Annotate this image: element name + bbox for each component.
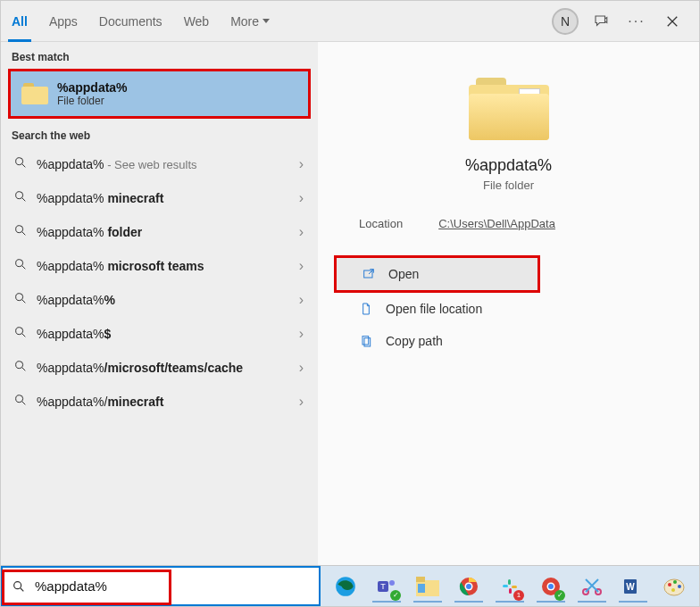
svg-point-7 — [16, 395, 23, 403]
web-suggestion[interactable]: %appdata% - See web results › — [1, 147, 318, 181]
svg-point-11 — [14, 581, 21, 588]
feedback-button[interactable] — [583, 4, 619, 39]
action-copy-path-label: Copy path — [386, 334, 443, 348]
taskbar-slack[interactable]: 1 — [490, 569, 529, 604]
action-open-file-location[interactable]: Open file location — [334, 293, 683, 325]
svg-point-28 — [548, 584, 554, 589]
svg-point-15 — [389, 580, 395, 586]
file-explorer-icon — [416, 577, 439, 596]
location-row: Location C:\Users\Dell\AppData — [359, 217, 658, 230]
svg-rect-24 — [508, 579, 511, 585]
preview-subtitle: File folder — [334, 179, 683, 192]
chevron-down-icon — [262, 19, 270, 23]
tab-more-label: More — [230, 14, 259, 29]
svg-rect-33 — [637, 580, 642, 593]
chevron-right-icon: › — [299, 394, 304, 410]
close-icon — [666, 15, 679, 28]
snip-icon — [580, 576, 604, 597]
tab-documents[interactable]: Documents — [88, 1, 173, 42]
web-suggestion[interactable]: %appdata% folder › — [1, 215, 318, 249]
tab-apps[interactable]: Apps — [38, 1, 88, 42]
suggestion-text: %appdata% minecraft — [37, 191, 290, 205]
location-link[interactable]: C:\Users\Dell\AppData — [438, 217, 555, 230]
best-match-subtitle: File folder — [57, 95, 128, 107]
search-icon — [13, 291, 28, 309]
preview-pane: %appdata% File folder Location C:\Users\… — [318, 42, 699, 565]
tab-all[interactable]: All — [1, 1, 38, 42]
web-suggestion[interactable]: %appdata%$ › — [1, 317, 318, 351]
status-tick-icon: ✓ — [390, 590, 401, 601]
svg-rect-25 — [509, 588, 512, 594]
tab-web[interactable]: Web — [173, 1, 221, 42]
web-suggestion[interactable]: %appdata%/minecraft › — [1, 385, 318, 419]
status-tick-icon: ✓ — [554, 590, 565, 601]
ellipsis-icon: ··· — [628, 13, 645, 29]
search-tabs: All Apps Documents Web More N ··· — [1, 1, 699, 42]
folder-large-icon — [469, 78, 549, 140]
suggestion-text: %appdata%/minecraft — [37, 395, 290, 409]
location-label: Location — [359, 217, 403, 230]
search-input[interactable] — [35, 578, 310, 594]
suggestion-text: %appdata%$ — [37, 327, 290, 341]
svg-point-37 — [678, 585, 681, 588]
search-icon — [13, 359, 28, 377]
search-icon — [13, 325, 28, 343]
chevron-right-icon: › — [299, 326, 304, 342]
suggestion-text: %appdata% - See web results — [37, 157, 290, 171]
svg-text:T: T — [380, 582, 386, 591]
edge-icon — [334, 575, 357, 598]
search-body: Best match %appdata% File folder Search … — [1, 42, 699, 565]
chevron-right-icon: › — [299, 190, 304, 206]
svg-rect-23 — [512, 586, 517, 588]
results-column: Best match %appdata% File folder Search … — [1, 42, 318, 565]
best-match-result[interactable]: %appdata% File folder — [8, 69, 311, 119]
more-options-button[interactable]: ··· — [619, 4, 654, 39]
taskbar-edge[interactable] — [326, 569, 365, 604]
svg-point-6 — [16, 362, 23, 369]
close-button[interactable] — [654, 4, 690, 39]
svg-text:W: W — [626, 582, 635, 592]
taskbar-row: T ✓ 1 ✓ W — [1, 565, 699, 606]
svg-point-2 — [16, 226, 23, 233]
taskbar-file-explorer[interactable] — [408, 569, 447, 604]
suggestion-text: %appdata% folder — [37, 225, 290, 239]
user-avatar[interactable]: N — [547, 4, 583, 39]
suggestion-text: %appdata%/microsoft/teams/cache — [37, 361, 290, 375]
search-icon — [13, 189, 28, 207]
chevron-right-icon: › — [299, 292, 304, 308]
taskbar-teams[interactable]: T ✓ — [367, 569, 406, 604]
action-open[interactable]: Open — [334, 255, 540, 293]
action-copy-path[interactable]: Copy path — [334, 325, 683, 357]
web-suggestion[interactable]: %appdata%/microsoft/teams/cache › — [1, 351, 318, 385]
svg-rect-9 — [362, 337, 369, 345]
section-search-web-label: Search the web — [1, 121, 318, 147]
search-box[interactable] — [1, 566, 321, 606]
action-open-location-label: Open file location — [386, 302, 482, 316]
web-suggestion[interactable]: %appdata% microsoft teams › — [1, 249, 318, 283]
chevron-right-icon: › — [299, 360, 304, 376]
search-icon — [13, 155, 28, 173]
preview-title: %appdata% — [334, 156, 683, 175]
taskbar-paint[interactable] — [654, 569, 694, 604]
taskbar-word[interactable]: W — [613, 569, 653, 604]
web-suggestion[interactable]: %appdata% minecraft › — [1, 181, 318, 215]
word-icon: W — [622, 576, 644, 597]
svg-point-21 — [466, 584, 471, 589]
search-icon — [13, 393, 28, 411]
avatar-initial: N — [552, 8, 579, 35]
svg-point-3 — [16, 260, 23, 267]
taskbar-chrome[interactable] — [449, 569, 488, 604]
chrome-icon — [458, 576, 479, 597]
taskbar-chrome-beta[interactable]: ✓ — [531, 569, 571, 604]
web-suggestion[interactable]: %appdata%% › — [1, 283, 318, 317]
taskbar-snip[interactable] — [572, 569, 612, 604]
feedback-icon — [593, 13, 609, 29]
tab-more[interactable]: More — [220, 1, 280, 42]
chevron-right-icon: › — [299, 224, 304, 240]
svg-point-36 — [673, 580, 677, 584]
svg-rect-10 — [364, 338, 371, 346]
svg-point-0 — [16, 158, 23, 165]
suggestion-text: %appdata%% — [37, 293, 290, 307]
suggestion-text: %appdata% microsoft teams — [37, 259, 290, 273]
search-icon — [13, 257, 28, 275]
